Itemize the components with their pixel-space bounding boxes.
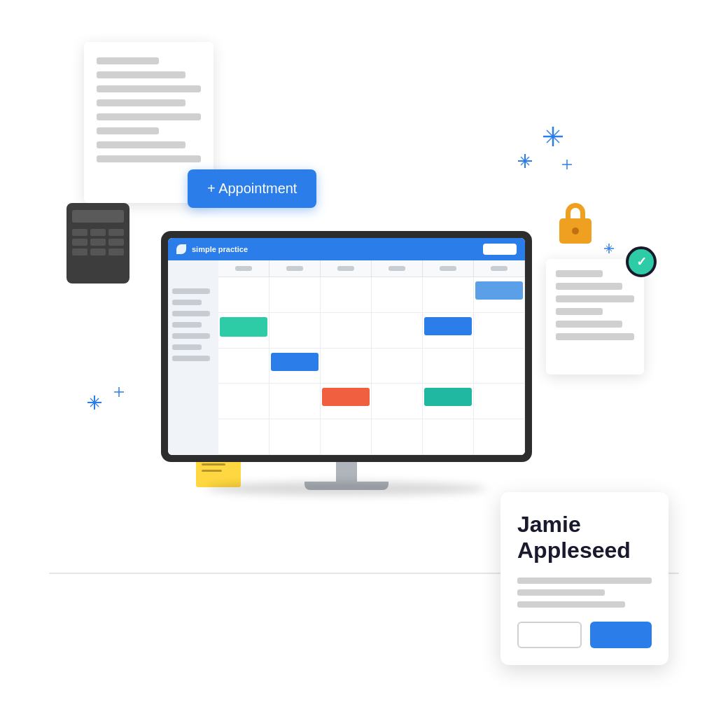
patient-card: Jamie Appleseed: [500, 492, 668, 665]
card-action-buttons: [517, 622, 652, 648]
doc-line: [556, 283, 622, 290]
sidebar-line: [172, 311, 210, 316]
doc-line: [556, 270, 603, 277]
doc-line: [556, 333, 634, 340]
cal-cell: [474, 313, 524, 349]
monitor-shadow: [206, 482, 486, 496]
calc-buttons: [72, 229, 124, 255]
calc-btn: [72, 248, 88, 255]
cal-col-1: [218, 277, 270, 455]
doc-line: [97, 113, 201, 120]
cal-cell: [372, 277, 422, 313]
calendar-grid: [218, 260, 525, 455]
cal-cell: [474, 384, 524, 419]
cal-cell: [423, 277, 473, 313]
cal-col-3: [321, 277, 372, 455]
doc-line: [556, 308, 603, 315]
calc-btn: [72, 239, 88, 246]
calendar-event-blue-light: [475, 281, 523, 300]
calculator-icon: [66, 203, 130, 284]
cal-cell: [218, 384, 269, 419]
monitor-outer: simplepractice: [161, 231, 532, 462]
cal-cell: [218, 313, 269, 349]
lock-shackle: [566, 203, 585, 218]
sparkle-lock: [598, 238, 620, 262]
lock-body: [559, 218, 592, 244]
calc-btn: [90, 229, 106, 236]
sidebar-line: [172, 333, 210, 339]
sparkle-group: [504, 122, 581, 188]
document-right: ✓: [546, 259, 644, 374]
calc-btn: [90, 248, 106, 255]
calc-btn: [108, 229, 124, 236]
calc-screen: [72, 210, 124, 223]
scene: + Appointment: [0, 0, 728, 728]
cal-col-6: [474, 277, 525, 455]
calc-btn: [108, 248, 124, 255]
cal-header-cell: [474, 260, 525, 276]
doc-line: [97, 155, 201, 162]
calendar-header: [218, 260, 525, 277]
add-appointment-button[interactable]: + Appointment: [188, 169, 316, 208]
doc-line: [556, 321, 622, 328]
sidebar-line: [172, 344, 202, 350]
patient-info-line: [517, 578, 652, 584]
doc-line: [97, 85, 201, 92]
app-topbar: simplepractice: [168, 238, 525, 260]
simplepractice-logo-leaf: [176, 244, 186, 254]
cal-cell: [321, 277, 371, 313]
doc-line: [97, 127, 159, 134]
cal-cell: [321, 349, 371, 384]
doc-line: [97, 57, 159, 64]
sidebar-line: [172, 322, 202, 328]
cal-cell: [321, 384, 371, 419]
cal-cell: [218, 349, 269, 384]
calendar-event-teal: [424, 388, 472, 406]
cal-cell: [474, 277, 524, 313]
calc-btn: [108, 239, 124, 246]
cal-cell: [423, 313, 473, 349]
sidebar-line: [172, 300, 202, 305]
doc-line: [97, 99, 186, 106]
simplepractice-brand-text: simplepractice: [192, 245, 248, 253]
monitor: simplepractice: [161, 231, 532, 490]
cal-col-4: [372, 277, 423, 455]
cal-cell: [218, 277, 269, 313]
doc-line: [556, 295, 634, 302]
calendar: [168, 260, 525, 455]
cal-header-cell: [423, 260, 474, 276]
calendar-event-blue: [424, 317, 472, 335]
lock-keyhole: [572, 227, 579, 234]
card-cancel-button[interactable]: [517, 622, 582, 648]
cal-cell: [423, 419, 473, 455]
sidebar-line: [172, 356, 210, 361]
cal-cell: [270, 384, 320, 419]
monitor-stand-neck: [336, 462, 357, 482]
cal-cell: [321, 419, 371, 455]
appointment-button-label: + Appointment: [207, 181, 297, 196]
cal-cell: [474, 349, 524, 384]
monitor-screen: simplepractice: [168, 238, 525, 455]
cal-cell: [474, 419, 524, 455]
cal-cell: [270, 349, 320, 384]
calc-btn: [72, 229, 88, 236]
lock-icon: [559, 203, 592, 244]
checkmark-icon: ✓: [636, 255, 647, 268]
cal-cell: [423, 384, 473, 419]
patient-name: Jamie Appleseed: [517, 512, 652, 564]
doc-line: [97, 71, 186, 78]
cal-cell: [218, 419, 269, 455]
calendar-body: [218, 277, 525, 455]
cal-cell: [270, 277, 320, 313]
topbar-button: [483, 244, 517, 255]
cal-col-2: [270, 277, 321, 455]
patient-info-line: [517, 589, 605, 596]
card-confirm-button[interactable]: [590, 622, 652, 648]
cal-header-cell: [321, 260, 372, 276]
calendar-event-green: [220, 317, 267, 337]
calendar-event-orange: [322, 388, 370, 406]
doc-line: [97, 141, 186, 148]
cal-cell: [372, 313, 422, 349]
calendar-sidebar: [168, 260, 218, 455]
cal-cell: [270, 313, 320, 349]
